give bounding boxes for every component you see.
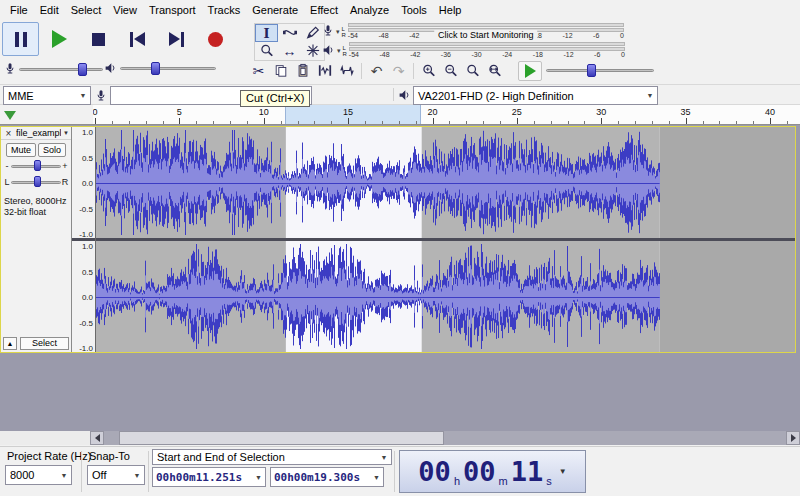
snap-to-select[interactable]: Off▼ <box>87 465 145 485</box>
timeline-options-icon[interactable] <box>4 111 16 120</box>
timeline-tick <box>230 121 231 124</box>
menu-effect[interactable]: Effect <box>304 0 344 20</box>
menu-select[interactable]: Select <box>65 0 108 20</box>
scroll-right-button[interactable] <box>786 431 800 445</box>
menu-transport[interactable]: Transport <box>143 0 202 20</box>
scrollbar-track[interactable] <box>104 431 786 445</box>
timeline-label: 30 <box>596 107 606 117</box>
menu-tracks[interactable]: Tracks <box>202 0 247 20</box>
menu-analyze[interactable]: Analyze <box>344 0 395 20</box>
speaker-icon <box>322 43 335 59</box>
menu-help[interactable]: Help <box>433 0 468 20</box>
cut-button[interactable]: ✂ <box>248 61 269 81</box>
selection-start-field[interactable]: 00h00m11.251s▼ <box>152 467 266 487</box>
track-menu-icon[interactable]: ▼ <box>63 130 69 136</box>
zoom-tool-button[interactable] <box>255 42 278 60</box>
menu-generate[interactable]: Generate <box>246 0 304 20</box>
gain-slider[interactable] <box>11 159 61 173</box>
timeline-tick <box>753 121 754 124</box>
trim-button[interactable] <box>314 61 335 81</box>
zoom-in-button[interactable] <box>418 61 439 81</box>
track-title[interactable]: file_example <box>16 128 61 138</box>
menu-tools[interactable]: Tools <box>395 0 433 20</box>
meter-channel-labels: LR <box>342 26 346 38</box>
menu-edit[interactable]: Edit <box>34 0 65 20</box>
multi-tool-button[interactable] <box>301 42 324 60</box>
snap-to-label: Snap-To <box>89 450 130 462</box>
selection-tool-button[interactable]: I <box>255 24 278 42</box>
meter-bar-left <box>349 42 625 46</box>
collapse-track-icon[interactable]: ▲ <box>3 337 17 350</box>
recording-volume-slider[interactable] <box>19 62 103 78</box>
pause-button[interactable] <box>2 22 39 56</box>
microphone-icon <box>322 23 334 40</box>
playback-device-select[interactable]: VA2201-FHD (2- High Definition▼ <box>413 86 658 105</box>
zoom-sel-button[interactable] <box>462 61 483 81</box>
solo-button[interactable]: Solo <box>38 143 66 157</box>
copy-button[interactable] <box>270 61 291 81</box>
timeline-tick <box>146 121 147 124</box>
close-track-icon[interactable]: × <box>3 128 14 139</box>
slider-thumb[interactable] <box>34 160 41 171</box>
zoom-fit-button[interactable] <box>484 61 505 81</box>
draw-tool-button[interactable] <box>301 24 324 42</box>
record-button[interactable] <box>197 22 234 56</box>
meter-scale-value: -48 <box>380 51 390 59</box>
waveform-display[interactable] <box>96 127 795 352</box>
skip-to-end-button[interactable] <box>158 22 195 56</box>
stop-button[interactable] <box>80 22 117 56</box>
slider-thumb[interactable] <box>151 62 160 75</box>
silence-button[interactable] <box>336 61 357 81</box>
timeline[interactable]: 0510152025303540 <box>0 105 800 125</box>
slider-thumb[interactable] <box>587 64 596 77</box>
envelope-tool-button[interactable] <box>278 24 301 42</box>
cut-tooltip: Cut (Ctrl+X) <box>240 90 310 107</box>
recording-meter[interactable]: ▾ LR -54-48-42-36-30-24-18-12-60 Click t… <box>322 22 624 41</box>
zoom-out-button[interactable] <box>440 61 461 81</box>
slider-thumb[interactable] <box>34 176 41 187</box>
timeline-tick <box>179 118 180 124</box>
timeline-tick <box>196 121 197 124</box>
scroll-left-button[interactable] <box>90 431 104 445</box>
monitoring-hint[interactable]: Click to Start Monitoring <box>434 30 538 41</box>
scrollbar-thumb[interactable] <box>119 431 444 445</box>
combo-arrow-icon: ▼ <box>373 474 380 481</box>
selection-end-field[interactable]: 00h00m19.300s▼ <box>270 467 384 487</box>
combo-arrow-icon: ▼ <box>76 92 90 99</box>
playback-meter[interactable]: ▾ LR -54-48-42-36-30-24-18-12-60 <box>322 41 625 60</box>
vertical-scale-ruler[interactable]: 1.00.50.0-0.5-1.01.00.50.0-0.5-1.0 <box>72 127 96 352</box>
undo-button[interactable]: ↶ <box>366 61 387 81</box>
project-rate-select[interactable]: 8000▼ <box>5 465 72 485</box>
timeline-tick <box>348 118 349 124</box>
mute-solo-row: Mute Solo <box>1 143 71 157</box>
zoom-in-icon <box>422 63 436 80</box>
selection-mode-select[interactable]: Start and End of Selection▼ <box>152 449 392 465</box>
audio-position-display[interactable]: 00h00m11s▼ <box>399 450 586 493</box>
meter-dropdown-icon[interactable]: ▾ <box>337 47 341 55</box>
slider-thumb[interactable] <box>78 63 87 76</box>
redo-button[interactable]: ↷ <box>388 61 409 81</box>
menu-view[interactable]: View <box>107 0 143 20</box>
audio-host-value: MME <box>4 90 76 102</box>
playback-volume-slider[interactable] <box>120 61 216 77</box>
play-at-speed-button[interactable] <box>518 61 542 81</box>
playback-speed-slider[interactable] <box>546 63 654 79</box>
timeline-ruler[interactable]: 0510152025303540 <box>93 105 800 124</box>
audio-host-select[interactable]: MME▼ <box>3 86 91 105</box>
timeline-label: 0 <box>93 107 98 117</box>
time-digits: 11 <box>511 458 544 485</box>
zoom-out-icon <box>444 63 458 80</box>
horizontal-scrollbar[interactable] <box>90 431 800 445</box>
time-shift-tool-button[interactable]: ↔ <box>278 42 301 60</box>
mute-button[interactable]: Mute <box>6 143 36 157</box>
paste-button[interactable] <box>292 61 313 81</box>
select-track-button[interactable]: Select <box>20 337 69 350</box>
selection-start-value: 00h00m11.251s <box>156 471 242 484</box>
scale-label: -0.5 <box>79 319 93 328</box>
skip-to-start-button[interactable] <box>119 22 156 56</box>
meter-dropdown-icon[interactable]: ▾ <box>336 28 340 36</box>
play-button[interactable] <box>41 22 78 56</box>
pan-slider[interactable] <box>11 175 61 189</box>
menu-file[interactable]: File <box>4 0 34 20</box>
waveform-canvas[interactable] <box>96 127 795 352</box>
